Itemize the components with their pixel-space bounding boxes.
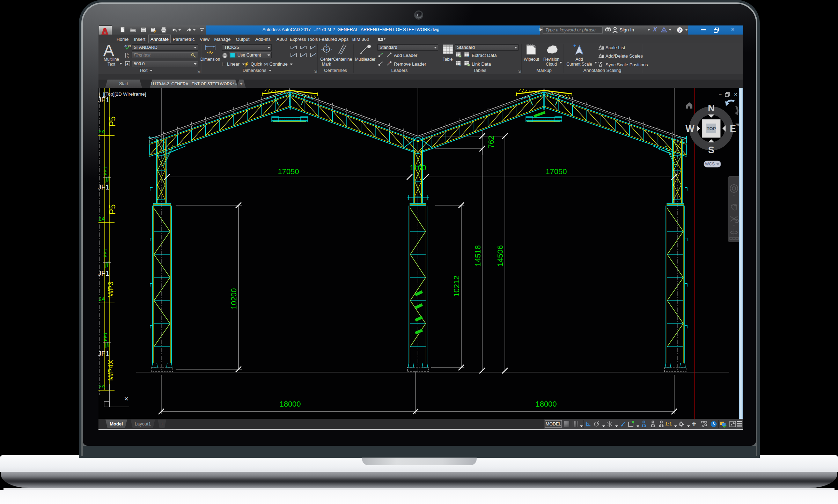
svg-text:FP1: FP1 [103,166,108,176]
svg-text:[−][Top][2D Wireframe]: [−][Top][2D Wireframe] [99,91,146,97]
svg-text:18000: 18000 [279,400,301,408]
svg-text:P5: P5 [108,204,117,214]
svg-text:JF1: JF1 [98,269,109,277]
svg-text:R2A: R2A [98,129,105,134]
svg-text:×: × [124,394,129,403]
svg-text:FP1: FP1 [103,249,108,258]
svg-text:1100: 1100 [410,163,426,172]
svg-text:18000: 18000 [535,400,557,408]
svg-text:A: A [126,62,129,66]
svg-text:ABC: ABC [124,44,131,48]
svg-text:R2A: R2A [98,384,105,389]
svg-text:?: ? [678,28,681,33]
svg-text:14506: 14506 [496,245,505,266]
svg-text:×: × [389,61,390,65]
svg-text:JF1: JF1 [98,96,109,104]
svg-text:762: 762 [487,136,495,149]
svg-text:−: − [719,91,722,97]
svg-text:14518: 14518 [473,245,482,266]
svg-text:10200: 10200 [229,288,238,309]
svg-text:+: + [389,52,391,55]
svg-text:S: S [708,145,714,155]
svg-text:17050: 17050 [545,167,567,176]
svg-text:R2A: R2A [98,216,105,222]
svg-text:+: + [573,43,576,49]
svg-text:×: × [734,91,737,98]
svg-text:W: W [685,124,694,134]
svg-text:P5: P5 [108,116,117,126]
svg-text:R2A: R2A [98,296,105,302]
svg-text:TOP: TOP [707,126,716,131]
svg-text:17050: 17050 [278,167,299,176]
svg-text:JF1: JF1 [98,350,109,357]
svg-text:A: A [127,55,129,58]
svg-text:WCS: WCS [705,162,715,166]
svg-text:M/P4X: M/P4X [107,360,115,381]
svg-text:N: N [708,103,715,113]
svg-text:FP1: FP1 [103,332,108,341]
svg-text:E: E [730,124,736,134]
svg-text:M/P3: M/P3 [107,282,115,298]
svg-text:JF1: JF1 [98,183,109,191]
svg-text:10212: 10212 [452,275,461,297]
